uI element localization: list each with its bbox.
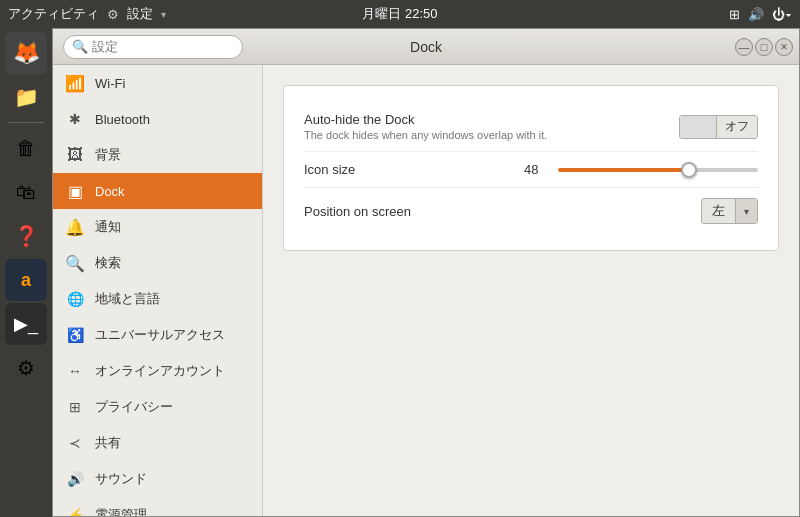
- sidebar-label-wifi: Wi-Fi: [95, 76, 125, 91]
- autohide-desc: The dock hides when any windows overlap …: [304, 129, 679, 141]
- maximize-button[interactable]: □: [755, 38, 773, 56]
- dock-separator: [8, 122, 44, 123]
- sidebar-label-bluetooth: Bluetooth: [95, 112, 150, 127]
- position-row: Position on screen 左 ▾: [304, 188, 758, 234]
- background-icon: 🖼: [65, 146, 85, 164]
- sidebar-label-sharing: 共有: [95, 434, 121, 452]
- position-value: 左: [702, 202, 735, 220]
- position-label: Position on screen: [304, 204, 701, 219]
- sidebar-label-notifications: 通知: [95, 218, 121, 236]
- icon-size-row: Icon size 48: [304, 152, 758, 188]
- search-input[interactable]: [92, 39, 232, 54]
- settings-icon: ⚙: [107, 7, 119, 22]
- dock-help[interactable]: ❓: [5, 215, 47, 257]
- icon-size-control: 48: [524, 162, 758, 177]
- sidebar-label-power: 電源管理: [95, 506, 147, 516]
- topbar-left: アクティビティ ⚙ 設定 ▾: [8, 5, 166, 23]
- sidebar-item-power[interactable]: ⚡ 電源管理: [53, 497, 262, 516]
- sidebar-item-accounts[interactable]: ↔ オンラインアカウント: [53, 353, 262, 389]
- main-window: 🔍 Dock — □ × 📶 Wi-Fi ✱ Bluetooth 🖼: [52, 28, 800, 517]
- region-icon: 🌐: [65, 291, 85, 307]
- sidebar-item-bluetooth[interactable]: ✱ Bluetooth: [53, 101, 262, 137]
- dock-firefox[interactable]: 🦊: [5, 32, 47, 74]
- position-dropdown[interactable]: 左 ▾: [701, 198, 758, 224]
- dock-settings[interactable]: ⚙: [5, 347, 47, 389]
- datetime: 月曜日 22:50: [362, 5, 437, 23]
- toggle-track[interactable]: [680, 116, 716, 138]
- search-box[interactable]: 🔍: [63, 35, 243, 59]
- sidebar-item-privacy[interactable]: ⊞ プライバシー: [53, 389, 262, 425]
- power-icon: ⚡: [65, 507, 85, 516]
- dock-icon: ▣: [65, 182, 85, 201]
- minimize-button[interactable]: —: [735, 38, 753, 56]
- dropdown-arrow-icon[interactable]: ▾: [735, 199, 757, 223]
- accounts-icon: ↔: [65, 363, 85, 379]
- search-sidebar-icon: 🔍: [65, 254, 85, 273]
- icon-size-slider[interactable]: [558, 168, 758, 172]
- toggle-off-label[interactable]: オフ: [716, 116, 757, 138]
- sidebar-item-wifi[interactable]: 📶 Wi-Fi: [53, 65, 262, 101]
- settings-menu-arrow: ▾: [161, 9, 166, 20]
- panel-titlebar: Dock: [410, 39, 442, 55]
- titlebar: 🔍 Dock — □ ×: [53, 29, 799, 65]
- accessibility-icon: ♿: [65, 327, 85, 343]
- position-control: 左 ▾: [701, 198, 758, 224]
- dock-amazon[interactable]: a: [5, 259, 47, 301]
- close-button[interactable]: ×: [775, 38, 793, 56]
- sidebar-item-notifications[interactable]: 🔔 通知: [53, 209, 262, 245]
- sidebar-label-sound: サウンド: [95, 470, 147, 488]
- sidebar-label-privacy: プライバシー: [95, 398, 173, 416]
- main-panel: Auto-hide the Dock The dock hides when a…: [263, 65, 799, 516]
- sidebar-label-background: 背景: [95, 146, 121, 164]
- privacy-icon: ⊞: [65, 399, 85, 415]
- left-dock: 🦊 📁 🗑 🛍 ❓ a ▶_ ⚙: [0, 28, 52, 517]
- settings-menu-label[interactable]: 設定: [127, 5, 153, 23]
- sidebar-label-region: 地域と言語: [95, 290, 160, 308]
- autohide-control: オフ: [679, 115, 758, 139]
- sidebar-label-search: 検索: [95, 254, 121, 272]
- sidebar-item-sound[interactable]: 🔊 サウンド: [53, 461, 262, 497]
- sidebar-label-accessibility: ユニバーサルアクセス: [95, 326, 225, 344]
- sidebar-item-sharing[interactable]: ≺ 共有: [53, 425, 262, 461]
- bluetooth-icon: ✱: [65, 111, 85, 127]
- dock-settings-card: Auto-hide the Dock The dock hides when a…: [283, 85, 779, 251]
- sound-icon: 🔊: [65, 471, 85, 487]
- volume-icon[interactable]: 🔊: [748, 7, 764, 22]
- search-icon: 🔍: [72, 39, 88, 54]
- sidebar-item-region[interactable]: 🌐 地域と言語: [53, 281, 262, 317]
- autohide-label: Auto-hide the Dock: [304, 112, 679, 127]
- sidebar-item-accessibility[interactable]: ♿ ユニバーサルアクセス: [53, 317, 262, 353]
- network-status-icon: ⊞: [729, 7, 740, 22]
- sidebar-item-background[interactable]: 🖼 背景: [53, 137, 262, 173]
- sidebar-item-dock[interactable]: ▣ Dock: [53, 173, 262, 209]
- sidebar-item-search[interactable]: 🔍 検索: [53, 245, 262, 281]
- content-area: 📶 Wi-Fi ✱ Bluetooth 🖼 背景 ▣ Dock 🔔 通知: [53, 65, 799, 516]
- icon-size-label: Icon size: [304, 162, 524, 177]
- wifi-icon: 📶: [65, 74, 85, 93]
- dock-files[interactable]: 📁: [5, 76, 47, 118]
- activities-label[interactable]: アクティビティ: [8, 5, 99, 23]
- icon-size-value: 48: [524, 162, 548, 177]
- topbar: アクティビティ ⚙ 設定 ▾ 月曜日 22:50 ⊞ 🔊 ⏻▾: [0, 0, 800, 28]
- dock-trash[interactable]: 🗑: [5, 127, 47, 169]
- autohide-row: Auto-hide the Dock The dock hides when a…: [304, 102, 758, 152]
- sharing-icon: ≺: [65, 435, 85, 451]
- sidebar: 📶 Wi-Fi ✱ Bluetooth 🖼 背景 ▣ Dock 🔔 通知: [53, 65, 263, 516]
- notifications-icon: 🔔: [65, 218, 85, 237]
- sidebar-label-dock: Dock: [95, 184, 125, 199]
- topbar-right: ⊞ 🔊 ⏻▾: [729, 7, 792, 22]
- power-menu-icon[interactable]: ⏻▾: [772, 7, 792, 22]
- window-controls: — □ ×: [735, 38, 793, 56]
- sidebar-label-accounts: オンラインアカウント: [95, 362, 225, 380]
- autohide-toggle[interactable]: オフ: [679, 115, 758, 139]
- dock-terminal[interactable]: ▶_: [5, 303, 47, 345]
- dock-appstore[interactable]: 🛍: [5, 171, 47, 213]
